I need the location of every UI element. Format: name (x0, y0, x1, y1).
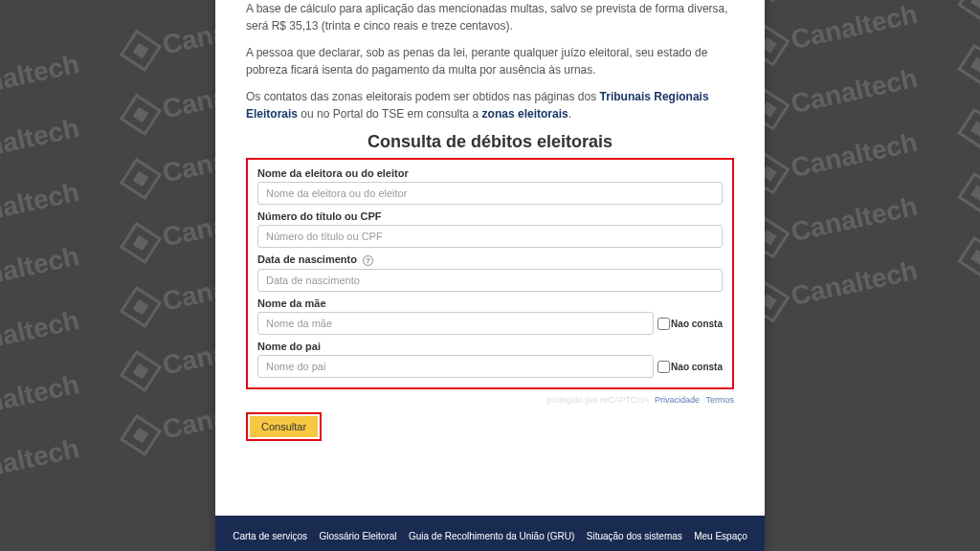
field-nome: Nome da eleitora ou do eleitor (257, 167, 723, 205)
label-nome: Nome da eleitora ou do eleitor (257, 167, 723, 179)
footer-link-situacao[interactable]: Situação dos sistemas (587, 531, 682, 541)
link-zonas[interactable]: zonas eleitorais (482, 107, 568, 121)
form-title: Consulta de débitos eleitorais (246, 132, 734, 152)
label-titulo: Número do título ou CPF (257, 210, 723, 222)
label-nascimento: Data de nascimento ? (257, 253, 723, 266)
main-content: A base de cálculo para aplicação das men… (215, 0, 765, 516)
form-highlight-box: Nome da eleitora ou do eleitor Número do… (246, 158, 734, 389)
checkbox-mae[interactable] (657, 318, 670, 330)
label-mae: Nome da mãe (257, 298, 723, 309)
input-pai[interactable] (257, 355, 654, 378)
recaptcha-notice: protegido por reCAPTCHA Privacidade Term… (246, 395, 734, 405)
footer-link-glossario[interactable]: Glossário Eleitoral (319, 531, 396, 541)
link-privacy[interactable]: Privacidade (655, 395, 700, 405)
field-titulo: Número do título ou CPF (257, 210, 723, 248)
intro-paragraph-2: A pessoa que declarar, sob as penas da l… (246, 44, 734, 78)
checkbox-pai[interactable] (657, 361, 670, 373)
footer-link-espaco[interactable]: Meu Espaço (694, 531, 747, 541)
consultar-button[interactable]: Consultar (250, 416, 318, 437)
checkbox-pai-nao-consta[interactable]: Nao consta (657, 361, 723, 373)
label-pai: Nome do pai (257, 341, 723, 352)
field-nascimento: Data de nascimento ? (257, 253, 723, 292)
footer-nav: Carta de serviços Glossário Eleitoral Gu… (215, 516, 765, 551)
footer-link-carta[interactable]: Carta de serviços (233, 531, 307, 541)
input-nascimento[interactable] (257, 269, 723, 292)
field-pai: Nome do pai Nao consta (257, 341, 723, 378)
help-icon[interactable]: ? (363, 255, 373, 266)
page-container: A base de cálculo para aplicação das men… (215, 0, 765, 551)
submit-wrap: Consultar (246, 412, 734, 441)
input-nome[interactable] (257, 182, 723, 205)
checkbox-mae-nao-consta[interactable]: Nao consta (657, 318, 723, 330)
intro-paragraph-3: Os contatos das zonas eleitorais podem s… (246, 88, 734, 122)
input-titulo[interactable] (257, 225, 723, 248)
link-terms[interactable]: Termos (705, 395, 734, 405)
intro-paragraph-1: A base de cálculo para aplicação das men… (246, 0, 734, 34)
submit-highlight-box: Consultar (246, 412, 322, 441)
footer-link-gru[interactable]: Guia de Recolhimento da União (GRU) (409, 531, 574, 541)
input-mae[interactable] (257, 312, 654, 335)
field-mae: Nome da mãe Nao consta (257, 298, 723, 335)
